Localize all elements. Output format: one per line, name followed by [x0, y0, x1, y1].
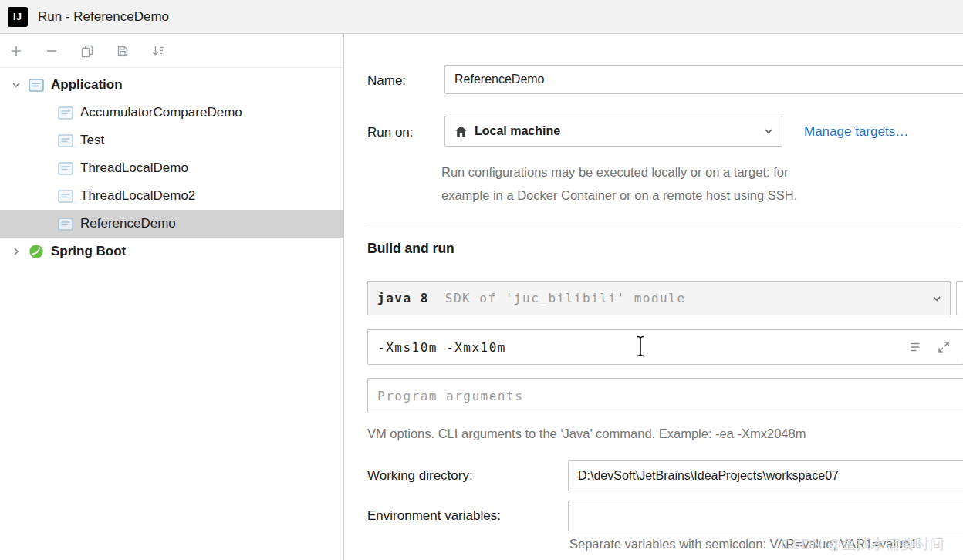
save-configuration-icon[interactable] — [116, 44, 130, 58]
combo-chevron-icon — [762, 125, 775, 137]
program-arguments-input[interactable] — [368, 379, 963, 413]
configurations-sidebar: Application AccumulatorCompareDemo Test — [0, 34, 344, 560]
chevron-right-icon[interactable] — [5, 245, 28, 258]
text-cursor-ibeam — [634, 335, 647, 361]
application-config-icon — [57, 190, 74, 203]
csdn-watermark: CSDN @鱼找水需要时间 — [781, 535, 944, 555]
tree-item-label: ThreadLocalDemo2 — [80, 188, 195, 204]
combo-chevron-icon — [931, 292, 943, 305]
vm-options-help: VM options. CLI arguments to the 'Java' … — [367, 427, 806, 441]
section-separator — [367, 228, 962, 228]
application-config-icon — [57, 134, 74, 147]
sdk-combo[interactable]: java 8SDK of 'juc_bilibili' module — [367, 281, 951, 315]
vm-options-field — [367, 329, 963, 365]
working-directory-input[interactable] — [569, 461, 963, 491]
working-directory-label: Working directory: — [367, 468, 473, 484]
title-bar: IJ Run - ReferenceDemo — [0, 0, 963, 34]
vm-options-input[interactable] — [368, 330, 963, 364]
tree-item-test[interactable]: Test — [0, 127, 343, 154]
program-arguments-field — [367, 378, 963, 413]
tree-item-threadlocaldemo[interactable]: ThreadLocalDemo — [0, 154, 343, 182]
working-directory-field — [568, 460, 963, 491]
tree-item-threadlocaldemo2[interactable]: ThreadLocalDemo2 — [0, 182, 343, 210]
chevron-down-icon[interactable] — [5, 79, 28, 91]
window-title: Run - ReferenceDemo — [38, 9, 169, 25]
environment-variables-input[interactable] — [569, 501, 963, 531]
configurations-tree: Application AccumulatorCompareDemo Test — [0, 68, 343, 265]
run-on-value: Local machine — [475, 124, 560, 138]
intellij-logo-icon: IJ — [8, 7, 28, 27]
sdk-value: java 8 — [377, 291, 429, 305]
tree-item-spring-boot-group[interactable]: Spring Boot — [0, 238, 343, 265]
sort-icon[interactable] — [151, 44, 165, 58]
sdk-description: SDK of 'juc_bilibili' module — [445, 291, 686, 305]
tree-item-label: ThreadLocalDemo — [80, 160, 188, 176]
house-icon — [454, 125, 468, 137]
manage-targets-link[interactable]: Manage targets… — [804, 124, 908, 140]
configuration-editor: Name: Run on: Local machine Manage targe… — [344, 34, 963, 560]
tree-item-label: Spring Boot — [51, 244, 126, 259]
run-on-help-line1: Run configurations may be executed local… — [441, 165, 788, 180]
name-field — [444, 65, 963, 94]
tree-item-referencedemo[interactable]: ReferenceDemo — [0, 210, 343, 238]
tree-item-label: ReferenceDemo — [80, 216, 176, 231]
expand-editor-icon[interactable] — [937, 340, 951, 354]
tree-item-label: AccumulatorCompareDemo — [80, 105, 242, 120]
application-config-icon — [57, 106, 74, 120]
run-on-help-line2: example in a Docker Container or on a re… — [441, 188, 797, 203]
sidebar-toolbar — [0, 34, 343, 68]
spring-boot-icon — [28, 244, 45, 259]
run-on-label: Run on: — [367, 125, 414, 140]
remove-icon[interactable] — [45, 44, 59, 58]
build-and-run-title: Build and run — [367, 241, 454, 257]
name-input[interactable] — [445, 66, 963, 93]
tree-item-label: Application — [51, 77, 123, 93]
application-config-icon — [57, 218, 74, 231]
dialog-body: Application AccumulatorCompareDemo Test — [0, 34, 963, 560]
tree-item-label: Test — [80, 133, 104, 148]
add-icon[interactable] — [9, 44, 23, 58]
run-on-combo[interactable]: Local machine — [444, 116, 782, 147]
tree-item-application-group[interactable]: Application — [0, 71, 343, 99]
name-label: Name: — [367, 73, 406, 89]
sdk-adjacent-control[interactable] — [956, 281, 963, 315]
copy-icon[interactable] — [80, 44, 94, 58]
environment-variables-field — [568, 501, 963, 531]
run-configurations-dialog: IJ Run - ReferenceDemo — [0, 0, 963, 560]
tree-item-accumulatorcomparedemo[interactable]: AccumulatorCompareDemo — [0, 99, 343, 127]
expand-list-icon[interactable] — [908, 340, 922, 354]
application-config-icon — [57, 162, 74, 175]
application-config-icon — [28, 79, 45, 92]
environment-variables-label: Environment variables: — [367, 508, 501, 524]
